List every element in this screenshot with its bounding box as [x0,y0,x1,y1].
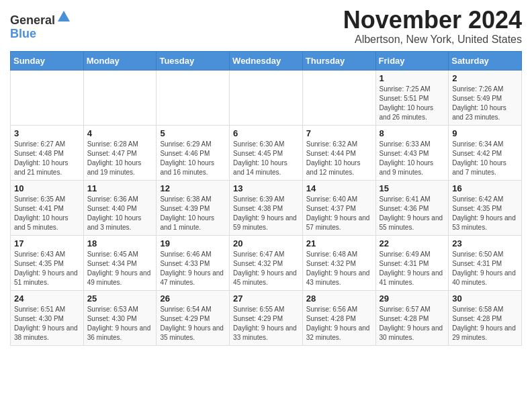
calendar-day-cell: 3Sunrise: 6:27 AM Sunset: 4:48 PM Daylig… [11,125,84,180]
calendar-day-cell: 7Sunrise: 6:32 AM Sunset: 4:44 PM Daylig… [302,125,375,180]
day-info: Sunrise: 6:55 AM Sunset: 4:29 PM Dayligh… [233,305,299,342]
calendar-day-cell: 12Sunrise: 6:38 AM Sunset: 4:39 PM Dayli… [157,180,230,235]
calendar-day-cell: 20Sunrise: 6:47 AM Sunset: 4:32 PM Dayli… [230,235,303,290]
day-number: 13 [233,183,299,193]
weekday-header-cell: Tuesday [157,51,230,70]
day-info: Sunrise: 6:47 AM Sunset: 4:32 PM Dayligh… [233,250,299,287]
calendar-day-cell: 22Sunrise: 6:49 AM Sunset: 4:31 PM Dayli… [375,235,449,290]
calendar-day-cell: 28Sunrise: 6:56 AM Sunset: 4:28 PM Dayli… [302,290,375,345]
calendar-table: SundayMondayTuesdayWednesdayThursdayFrid… [10,51,522,346]
day-number: 8 [380,128,445,138]
day-number: 26 [160,293,226,304]
calendar-day-cell: 19Sunrise: 6:46 AM Sunset: 4:33 PM Dayli… [157,235,230,290]
calendar-day-cell: 16Sunrise: 6:42 AM Sunset: 4:35 PM Dayli… [449,180,522,235]
title-block: November 2024 Albertson, New York, Unite… [343,7,522,46]
weekday-header-cell: Monday [83,51,157,70]
day-number: 3 [14,128,80,138]
day-number: 15 [380,183,445,193]
day-info: Sunrise: 6:57 AM Sunset: 4:28 PM Dayligh… [380,305,445,342]
day-number: 17 [14,238,80,248]
calendar-day-cell: 1Sunrise: 7:25 AM Sunset: 5:51 PM Daylig… [375,70,449,125]
weekday-header-cell: Friday [375,51,449,70]
calendar-day-cell: 6Sunrise: 6:30 AM Sunset: 4:45 PM Daylig… [230,125,303,180]
day-number: 1 [380,73,445,83]
day-number: 9 [452,128,518,138]
calendar-day-cell: 15Sunrise: 6:41 AM Sunset: 4:36 PM Dayli… [375,180,449,235]
calendar-day-cell: 29Sunrise: 6:57 AM Sunset: 4:28 PM Dayli… [375,290,449,345]
calendar-week-row: 3Sunrise: 6:27 AM Sunset: 4:48 PM Daylig… [11,125,522,180]
calendar-day-cell: 27Sunrise: 6:55 AM Sunset: 4:29 PM Dayli… [230,290,303,345]
day-info: Sunrise: 6:50 AM Sunset: 4:31 PM Dayligh… [452,250,518,287]
calendar-day-cell: 2Sunrise: 7:26 AM Sunset: 5:49 PM Daylig… [449,70,522,125]
calendar-day-cell: 11Sunrise: 6:36 AM Sunset: 4:40 PM Dayli… [83,180,157,235]
weekday-header-cell: Thursday [302,51,375,70]
logo: General Blue [10,9,71,41]
day-info: Sunrise: 6:53 AM Sunset: 4:30 PM Dayligh… [87,305,153,342]
day-info: Sunrise: 6:41 AM Sunset: 4:36 PM Dayligh… [380,195,445,232]
day-info: Sunrise: 6:56 AM Sunset: 4:28 PM Dayligh… [306,305,372,342]
day-info: Sunrise: 6:39 AM Sunset: 4:38 PM Dayligh… [233,195,299,232]
day-number: 10 [14,183,80,193]
day-number: 14 [306,183,372,193]
day-number: 2 [452,73,518,83]
day-number: 7 [306,128,372,138]
day-number: 25 [87,293,153,304]
day-info: Sunrise: 6:29 AM Sunset: 4:46 PM Dayligh… [160,140,226,177]
day-number: 21 [306,238,372,248]
day-info: Sunrise: 6:49 AM Sunset: 4:31 PM Dayligh… [380,250,445,287]
day-number: 30 [452,293,518,304]
calendar-day-cell: 23Sunrise: 6:50 AM Sunset: 4:31 PM Dayli… [449,235,522,290]
calendar-day-cell: 26Sunrise: 6:54 AM Sunset: 4:29 PM Dayli… [157,290,230,345]
svg-marker-0 [58,11,70,21]
day-info: Sunrise: 6:42 AM Sunset: 4:35 PM Dayligh… [452,195,518,232]
calendar-day-cell: 5Sunrise: 6:29 AM Sunset: 4:46 PM Daylig… [157,125,230,180]
day-number: 20 [233,238,299,248]
day-info: Sunrise: 7:26 AM Sunset: 5:49 PM Dayligh… [452,85,518,122]
calendar-body: 1Sunrise: 7:25 AM Sunset: 5:51 PM Daylig… [11,70,522,345]
calendar-day-cell: 8Sunrise: 6:33 AM Sunset: 4:43 PM Daylig… [375,125,449,180]
calendar-day-cell [11,70,84,125]
day-number: 12 [160,183,226,193]
calendar-day-cell: 21Sunrise: 6:48 AM Sunset: 4:32 PM Dayli… [302,235,375,290]
day-number: 28 [306,293,372,304]
day-number: 23 [452,238,518,248]
calendar-day-cell: 13Sunrise: 6:39 AM Sunset: 4:38 PM Dayli… [230,180,303,235]
day-info: Sunrise: 6:33 AM Sunset: 4:43 PM Dayligh… [380,140,445,177]
day-info: Sunrise: 6:30 AM Sunset: 4:45 PM Dayligh… [233,140,299,177]
day-number: 16 [452,183,518,193]
day-info: Sunrise: 6:48 AM Sunset: 4:32 PM Dayligh… [306,250,372,287]
calendar-day-cell [230,70,303,125]
day-number: 18 [87,238,153,248]
calendar-day-cell: 24Sunrise: 6:51 AM Sunset: 4:30 PM Dayli… [11,290,84,345]
weekday-header-cell: Saturday [449,51,522,70]
day-info: Sunrise: 6:34 AM Sunset: 4:42 PM Dayligh… [452,140,518,177]
page-title: November 2024 [343,7,522,34]
day-info: Sunrise: 6:45 AM Sunset: 4:34 PM Dayligh… [87,250,153,287]
calendar-day-cell: 10Sunrise: 6:35 AM Sunset: 4:41 PM Dayli… [11,180,84,235]
day-info: Sunrise: 6:58 AM Sunset: 4:28 PM Dayligh… [452,305,518,342]
calendar-week-row: 24Sunrise: 6:51 AM Sunset: 4:30 PM Dayli… [11,290,522,345]
day-info: Sunrise: 6:35 AM Sunset: 4:41 PM Dayligh… [14,195,80,232]
day-info: Sunrise: 6:27 AM Sunset: 4:48 PM Dayligh… [14,140,80,177]
day-info: Sunrise: 6:36 AM Sunset: 4:40 PM Dayligh… [87,195,153,232]
calendar-week-row: 1Sunrise: 7:25 AM Sunset: 5:51 PM Daylig… [11,70,522,125]
calendar-week-row: 17Sunrise: 6:43 AM Sunset: 4:35 PM Dayli… [11,235,522,290]
weekday-header-cell: Sunday [11,51,84,70]
day-info: Sunrise: 6:32 AM Sunset: 4:44 PM Dayligh… [306,140,372,177]
weekday-header-row: SundayMondayTuesdayWednesdayThursdayFrid… [11,51,522,70]
calendar-day-cell: 30Sunrise: 6:58 AM Sunset: 4:28 PM Dayli… [449,290,522,345]
calendar-day-cell: 4Sunrise: 6:28 AM Sunset: 4:47 PM Daylig… [83,125,157,180]
weekday-header-cell: Wednesday [230,51,303,70]
logo-icon [56,9,71,24]
day-info: Sunrise: 6:40 AM Sunset: 4:37 PM Dayligh… [306,195,372,232]
day-info: Sunrise: 6:54 AM Sunset: 4:29 PM Dayligh… [160,305,226,342]
day-number: 5 [160,128,226,138]
calendar-day-cell [157,70,230,125]
day-number: 29 [380,293,445,304]
day-info: Sunrise: 6:43 AM Sunset: 4:35 PM Dayligh… [14,250,80,287]
day-number: 4 [87,128,153,138]
day-info: Sunrise: 7:25 AM Sunset: 5:51 PM Dayligh… [380,85,445,122]
day-number: 11 [87,183,153,193]
calendar-day-cell: 25Sunrise: 6:53 AM Sunset: 4:30 PM Dayli… [83,290,157,345]
day-info: Sunrise: 6:28 AM Sunset: 4:47 PM Dayligh… [87,140,153,177]
